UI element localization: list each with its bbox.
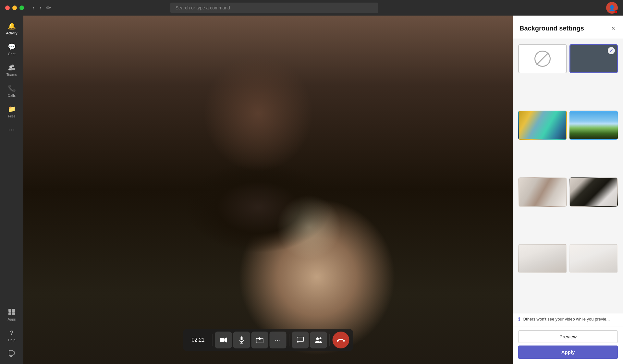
svg-rect-7 xyxy=(12,312,15,315)
svg-point-20 xyxy=(316,337,319,340)
end-call-button[interactable] xyxy=(333,332,349,348)
background-modern[interactable] xyxy=(518,177,567,207)
background-none[interactable] xyxy=(518,44,567,73)
sidebar: 🔔 Activity 💬 Chat Teams 📞 Calls 📁 xyxy=(0,16,23,364)
activity-icon: 🔔 xyxy=(8,22,16,30)
window-controls xyxy=(5,6,24,10)
svg-point-1 xyxy=(9,66,12,68)
sidebar-item-calls[interactable]: 📞 Calls xyxy=(1,81,22,101)
apply-button[interactable]: Apply xyxy=(518,346,618,359)
mic-button[interactable] xyxy=(233,332,250,348)
sidebar-item-device[interactable] xyxy=(1,346,22,361)
sidebar-item-activity[interactable]: 🔔 Activity xyxy=(1,19,22,38)
selected-check: ✓ xyxy=(608,47,615,54)
glow-effect xyxy=(276,195,341,260)
main-content: 🔔 Activity 💬 Chat Teams 📞 Calls 📁 xyxy=(0,16,623,364)
sidebar-item-label: Files xyxy=(8,114,15,118)
sidebar-item-chat[interactable]: 💬 Chat xyxy=(1,40,22,59)
background-sky[interactable] xyxy=(569,111,618,140)
no-background-symbol xyxy=(534,51,551,67)
svg-rect-4 xyxy=(8,309,11,312)
preview-button[interactable]: Preview xyxy=(518,330,618,343)
nav-arrows: ‹ › xyxy=(31,4,43,12)
sidebar-item-label: Apps xyxy=(7,317,16,321)
avatar-badge xyxy=(615,10,618,14)
info-text: Others won't see your video while you pr… xyxy=(523,317,610,322)
background-dark[interactable]: ✓ xyxy=(569,44,618,73)
background-minimalist1[interactable] xyxy=(518,244,567,273)
chat-icon: 💬 xyxy=(8,43,16,51)
more-icon: ··· xyxy=(8,126,16,134)
info-icon: ℹ xyxy=(518,316,520,322)
background-settings-panel: Background settings × ✓ xyxy=(513,16,623,364)
calls-icon: 📞 xyxy=(8,84,16,92)
minimize-window-button[interactable] xyxy=(12,6,17,10)
back-button[interactable]: ‹ xyxy=(31,4,36,12)
close-panel-button[interactable]: × xyxy=(610,23,617,33)
info-bar: ℹ Others won't see your video while you … xyxy=(513,313,623,326)
svg-point-21 xyxy=(320,337,322,339)
panel-header: Background settings × xyxy=(513,16,623,39)
title-bar: ‹ › ✏ 👤 xyxy=(0,0,623,16)
sidebar-item-label: Help xyxy=(8,338,16,342)
camera-button[interactable] xyxy=(215,332,232,348)
search-bar xyxy=(170,3,378,13)
call-timer: 02:21 xyxy=(187,337,210,343)
chat-button[interactable] xyxy=(292,332,309,348)
share-screen-button[interactable] xyxy=(251,332,268,348)
background-art[interactable] xyxy=(569,177,618,207)
svg-rect-6 xyxy=(8,312,11,315)
sidebar-item-teams[interactable]: Teams xyxy=(1,60,22,80)
people-button[interactable] xyxy=(310,332,327,348)
maximize-window-button[interactable] xyxy=(19,6,24,10)
apps-icon xyxy=(8,308,16,316)
svg-marker-19 xyxy=(297,342,300,343)
svg-rect-8 xyxy=(9,350,13,356)
background-grid: ✓ xyxy=(513,39,623,313)
sidebar-item-help[interactable]: ? Help xyxy=(1,326,22,345)
svg-rect-11 xyxy=(220,338,225,342)
svg-marker-12 xyxy=(225,337,227,343)
svg-rect-18 xyxy=(297,337,304,342)
sidebar-item-label: Calls xyxy=(8,93,16,97)
svg-rect-13 xyxy=(241,336,243,340)
compose-button[interactable]: ✏ xyxy=(46,4,51,11)
sidebar-item-label: Chat xyxy=(8,52,15,56)
panel-title: Background settings xyxy=(519,25,584,32)
more-options-button[interactable]: ··· xyxy=(270,332,287,348)
teams-icon xyxy=(8,64,16,71)
video-area: 02:21 xyxy=(23,16,513,364)
forward-button[interactable]: › xyxy=(38,4,43,12)
call-controls: 02:21 xyxy=(183,329,353,351)
help-icon: ? xyxy=(8,329,16,337)
sidebar-item-label: Teams xyxy=(6,73,17,77)
divider xyxy=(212,334,213,346)
panel-actions: Preview Apply xyxy=(513,326,623,364)
video-feed xyxy=(23,16,513,364)
sidebar-item-label: Activity xyxy=(6,31,18,35)
sidebar-item-files[interactable]: 📁 Files xyxy=(1,102,22,121)
background-office[interactable] xyxy=(518,111,567,140)
person-silhouette xyxy=(23,16,513,364)
svg-marker-17 xyxy=(258,337,262,340)
device-icon xyxy=(8,350,16,358)
close-window-button[interactable] xyxy=(5,6,10,10)
svg-rect-10 xyxy=(13,352,15,354)
svg-rect-9 xyxy=(10,356,12,357)
divider3 xyxy=(330,334,330,346)
files-icon: 📁 xyxy=(8,105,16,113)
svg-rect-3 xyxy=(11,68,15,70)
svg-rect-5 xyxy=(12,309,15,312)
sidebar-item-apps[interactable]: Apps xyxy=(1,305,22,324)
divider2 xyxy=(289,334,289,346)
avatar[interactable]: 👤 xyxy=(606,2,618,14)
background-minimalist2[interactable] xyxy=(569,244,618,273)
search-input[interactable] xyxy=(170,3,378,13)
sidebar-item-more[interactable]: ··· xyxy=(1,123,22,137)
